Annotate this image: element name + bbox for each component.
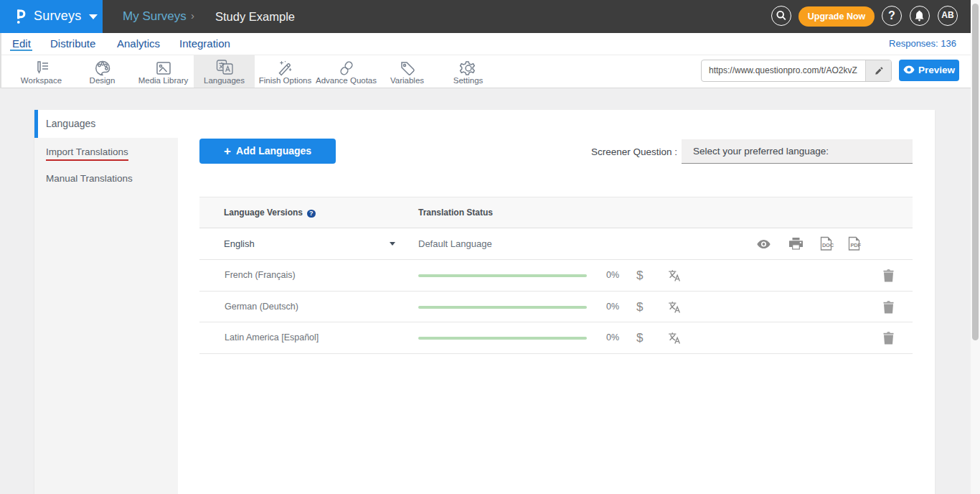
svg-text:DOC: DOC xyxy=(822,242,834,248)
svg-text:PDF: PDF xyxy=(851,242,862,248)
